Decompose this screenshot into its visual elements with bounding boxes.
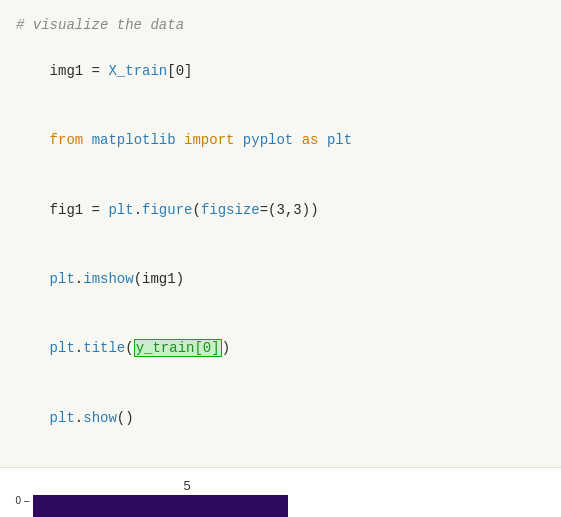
var-img1: img1 bbox=[50, 63, 84, 79]
code-line-4: plt.imshow(img1) bbox=[16, 245, 545, 314]
keyword-from: from bbox=[50, 132, 92, 148]
module-matplotlib: matplotlib bbox=[92, 132, 184, 148]
func-xtrain: X_train bbox=[108, 63, 167, 79]
code-line-3: fig1 = plt.figure(figsize=(3,3)) bbox=[16, 176, 545, 245]
var-fig1: fig1 bbox=[50, 202, 84, 218]
func-plt-show: plt bbox=[50, 410, 75, 426]
comment-line: # visualize the data bbox=[16, 14, 545, 37]
keyword-import: import bbox=[184, 132, 243, 148]
plot-image bbox=[33, 495, 288, 517]
code-line-5: plt.title(y_train[0]) bbox=[16, 314, 545, 383]
y-axis: 0 – 5 – 10 – 15 – 20 – 25 – bbox=[10, 495, 33, 517]
plot-container: 0 – 5 – 10 – 15 – 20 – 25 – bbox=[10, 495, 288, 517]
highlight-ytrain: y_train[0] bbox=[136, 340, 220, 356]
digit-svg bbox=[33, 495, 288, 517]
func-plt-figure: plt bbox=[108, 202, 133, 218]
code-block: # visualize the data img1 = X_train[0] f… bbox=[0, 0, 561, 468]
module-plt: plt bbox=[327, 132, 352, 148]
code-line-6: plt.show() bbox=[16, 384, 545, 453]
plot-title: 5 bbox=[42, 478, 332, 493]
code-line-2: from matplotlib import pyplot as plt bbox=[16, 106, 545, 175]
plot-section: 5 0 – 5 – 10 – 15 – 20 – 25 – bbox=[0, 468, 561, 517]
code-line-1: img1 = X_train[0] bbox=[16, 37, 545, 106]
module-pyplot: pyplot bbox=[243, 132, 302, 148]
func-plt-title: plt bbox=[50, 340, 75, 356]
y-tick-0: 0 – bbox=[10, 495, 29, 506]
keyword-as: as bbox=[302, 132, 327, 148]
func-plt-imshow: plt bbox=[50, 271, 75, 287]
